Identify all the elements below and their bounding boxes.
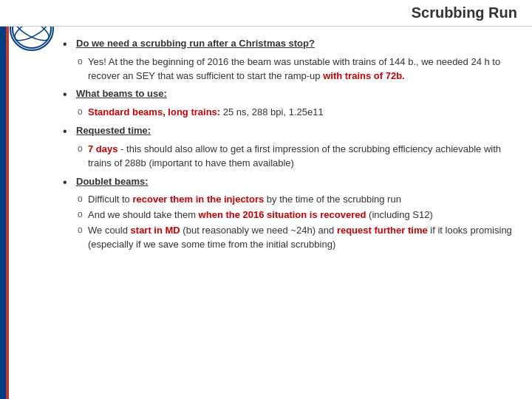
sub-dot-4-3: o: [78, 224, 88, 236]
sub-dot-2-1: o: [78, 106, 88, 118]
bullet-section-4: • Doublet beams: o Difficult to recover …: [63, 175, 517, 252]
bullet-item-1: • Do we need a scrubbing run after a Chr…: [63, 37, 517, 52]
emphasis-7days: 7 days: [88, 143, 117, 154]
sub-dot-1-1: o: [78, 55, 88, 68]
sub-dot-4-1: o: [78, 193, 88, 205]
slide-title: Scrubbing Run: [412, 4, 517, 21]
sub-bullet-4-2: o And we should take them when the 2016 …: [78, 208, 517, 222]
bullet-label-3: Requested time:: [76, 124, 151, 138]
emphasis-2016-recovered: when the 2016 situation is recovered: [199, 209, 366, 220]
bullet-dot-4: •: [63, 175, 73, 191]
sub-dot-4-2: o: [78, 208, 88, 221]
sub-dot-3-1: o: [78, 143, 88, 155]
bullet-dot-3: •: [63, 124, 73, 140]
sub-bullets-3: o 7 days - this should also allow to get…: [63, 143, 517, 171]
sub-bullets-4: o Difficult to recover them in the injec…: [63, 193, 517, 251]
sub-text-1-1: Yes! At the the beginning of 2016 the be…: [88, 55, 517, 83]
bullet-item-4: • Doublet beams:: [63, 175, 517, 191]
sub-text-2-1: Standard beams, long trains: 25 ns, 288 …: [88, 106, 324, 120]
slide-page: CERN Scrubbing Run • Do we need a scrubb…: [0, 0, 532, 399]
bullet-item-3: • Requested time:: [63, 124, 517, 140]
bullet-section-3: • Requested time: o 7 days - this should…: [63, 124, 517, 170]
sub-text-4-1: Difficult to recover them in the injecto…: [88, 193, 401, 207]
bullet-label-4: Doublet beams:: [76, 175, 149, 189]
bullet-dot-1: •: [63, 37, 73, 52]
sub-bullet-4-1: o Difficult to recover them in the injec…: [78, 193, 517, 207]
sub-bullets-2: o Standard beams, long trains: 25 ns, 28…: [63, 106, 517, 120]
sub-bullet-2-1: o Standard beams, long trains: 25 ns, 28…: [78, 106, 517, 120]
sub-bullets-1: o Yes! At the the beginning of 2016 the …: [63, 55, 517, 83]
bullet-section-1: • Do we need a scrubbing run after a Chr…: [63, 37, 517, 83]
bullet-heading-3: Requested time:: [76, 125, 151, 136]
sub-text-3-1: 7 days - this should also allow to get a…: [88, 143, 517, 171]
bullet-label-1: Do we need a scrubbing run after a Chris…: [76, 37, 315, 51]
bullet-label-2: What beams to use:: [76, 87, 167, 101]
emphasis-request-further: request further time: [337, 225, 428, 236]
slide-content: • Do we need a scrubbing run after a Chr…: [0, 27, 532, 399]
bullet-heading-2: What beams to use:: [76, 88, 167, 99]
emphasis-recover-injectors: recover them in the injectors: [132, 194, 264, 205]
bullet-heading-4: Doublet beams:: [76, 176, 149, 187]
bullet-section-2: • What beams to use: o Standard beams, l…: [63, 87, 517, 120]
sub-text-4-3: We could start in MD (but reasonably we …: [88, 224, 517, 252]
emphasis-standard-beams: Standard beams, long trains:: [88, 106, 220, 117]
slide-header: Scrubbing Run: [0, 0, 532, 27]
emphasis-start-md: start in MD: [131, 225, 180, 236]
sub-bullet-4-3: o We could start in MD (but reasonably w…: [78, 224, 517, 252]
bullet-dot-2: •: [63, 87, 73, 103]
sub-bullet-3-1: o 7 days - this should also allow to get…: [78, 143, 517, 171]
sub-bullet-1-1: o Yes! At the the beginning of 2016 the …: [78, 55, 517, 83]
bullet-heading-1: Do we need a scrubbing run after a Chris…: [76, 38, 315, 49]
bullet-item-2: • What beams to use:: [63, 87, 517, 103]
emphasis-72b: with trains of 72b.: [323, 70, 405, 81]
sub-text-4-2: And we should take them when the 2016 si…: [88, 208, 433, 222]
